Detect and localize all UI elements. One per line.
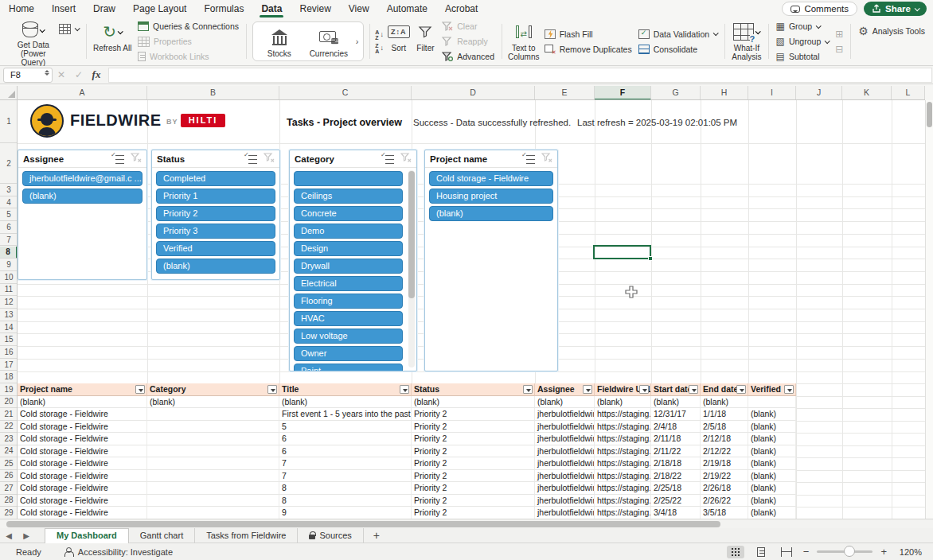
- row-header-13[interactable]: 13: [0, 309, 18, 321]
- multi-select-icon[interactable]: [245, 154, 257, 164]
- table-cell[interactable]: (blank): [748, 470, 796, 483]
- row-header-17[interactable]: 17: [0, 359, 18, 371]
- row-header-6[interactable]: 6: [0, 221, 18, 234]
- table-cell[interactable]: https://staging.: [595, 457, 651, 470]
- slicer-scrollbar[interactable]: [408, 170, 415, 368]
- row-header-20[interactable]: 20: [0, 396, 18, 409]
- table-header-project-name[interactable]: Project name: [18, 383, 147, 396]
- row-header-24[interactable]: 24: [0, 445, 18, 458]
- slicer-item[interactable]: Priority 3: [156, 224, 275, 239]
- ribbon-tab-insert[interactable]: Insert: [43, 0, 84, 18]
- table-cell[interactable]: jherbulotfieldwire: [535, 445, 595, 458]
- table-cell[interactable]: Cold storage - Fieldwire: [18, 433, 147, 445]
- table-cell[interactable]: [147, 421, 279, 434]
- filter-button[interactable]: Filter: [412, 19, 439, 64]
- slicer-item[interactable]: HVAC: [294, 311, 403, 326]
- table-cell[interactable]: [147, 457, 279, 470]
- column-header-K[interactable]: K: [842, 86, 892, 100]
- row-header-21[interactable]: 21: [0, 408, 18, 421]
- table-cell[interactable]: Priority 2: [412, 457, 535, 470]
- ribbon-tab-page-layout[interactable]: Page Layout: [124, 0, 195, 18]
- table-cell[interactable]: (blank): [748, 408, 796, 421]
- normal-view-button[interactable]: [727, 546, 744, 558]
- row-header-25[interactable]: 25: [0, 457, 18, 470]
- table-cell[interactable]: 2/25/18: [651, 482, 701, 495]
- refresh-all-button[interactable]: ↻ Refresh All: [90, 19, 135, 64]
- slicer-item[interactable]: Design: [294, 241, 403, 256]
- table-cell[interactable]: (blank): [279, 396, 412, 409]
- table-cell[interactable]: Cold storage - Fieldwire: [18, 421, 147, 434]
- slicer-item[interactable]: Completed: [156, 171, 275, 186]
- zoom-slider[interactable]: [817, 550, 872, 553]
- table-cell[interactable]: Cold storage - Fieldwire: [18, 408, 147, 421]
- slicer-item[interactable]: Cold storage - Fieldwire: [429, 171, 553, 186]
- table-cell[interactable]: 8: [279, 482, 412, 495]
- table-cell[interactable]: (blank): [595, 396, 651, 409]
- slicer-item[interactable]: Concrete: [294, 206, 403, 221]
- row-header-10[interactable]: 10: [0, 271, 18, 284]
- table-cell[interactable]: https://staging.: [595, 421, 651, 434]
- slicer-item[interactable]: Verified: [156, 241, 275, 256]
- slicer-item[interactable]: Low voltage: [294, 329, 403, 344]
- sheet-nav-left-button[interactable]: ◀: [0, 531, 18, 540]
- remove-duplicates-button[interactable]: Remove Duplicates: [545, 42, 632, 56]
- sort-ascending-button[interactable]: AZ↓: [375, 29, 384, 41]
- row-header-23[interactable]: 23: [0, 433, 18, 445]
- comments-button[interactable]: Comments: [782, 2, 857, 16]
- table-cell[interactable]: (blank): [748, 433, 796, 445]
- table-header-end-date[interactable]: End date: [701, 383, 748, 396]
- slicer-item[interactable]: Ceilings: [294, 189, 403, 204]
- table-cell[interactable]: [147, 433, 279, 445]
- table-cell[interactable]: 5: [279, 421, 412, 434]
- column-header-E[interactable]: E: [535, 86, 595, 100]
- row-header-14[interactable]: 14: [0, 321, 18, 334]
- table-cell[interactable]: jherbulotfieldwire: [535, 507, 595, 519]
- row-header-22[interactable]: 22: [0, 421, 18, 434]
- column-header-B[interactable]: B: [147, 86, 279, 100]
- table-cell[interactable]: 2/18/18: [651, 457, 701, 470]
- clear-filter-icon[interactable]: [541, 152, 552, 166]
- vertical-scrollbar-thumb[interactable]: [927, 102, 932, 127]
- slicer-item[interactable]: Priority 1: [156, 189, 275, 204]
- table-cell[interactable]: Priority 2: [412, 445, 535, 458]
- table-cell[interactable]: 2/4/18: [651, 421, 701, 434]
- hide-detail-button[interactable]: ⊟: [835, 42, 843, 56]
- page-break-view-button[interactable]: [778, 546, 795, 558]
- slicer-item[interactable]: Drywall: [294, 259, 403, 274]
- table-cell[interactable]: (blank): [651, 396, 701, 409]
- table-cell[interactable]: First event 1 - 5 years into the past: [279, 408, 412, 421]
- table-cell[interactable]: Cold storage - Fieldwire: [18, 507, 147, 519]
- confirm-entry-button[interactable]: ✓: [70, 69, 88, 80]
- table-cell[interactable]: (blank): [748, 507, 796, 519]
- slicer-item[interactable]: Priority 2: [156, 206, 275, 221]
- column-header-J[interactable]: J: [796, 86, 842, 100]
- clear-filter-icon[interactable]: [400, 152, 412, 166]
- table-cell[interactable]: jherbulotfieldwire: [535, 495, 595, 508]
- sort-button[interactable]: Z↕A Sort: [385, 19, 412, 64]
- table-cell[interactable]: 2/26/18: [701, 482, 748, 495]
- ribbon-tab-home[interactable]: Home: [0, 0, 43, 18]
- table-cell[interactable]: jherbulotfieldwire: [535, 457, 595, 470]
- table-cell[interactable]: [147, 445, 279, 458]
- table-cell[interactable]: 3/4/18: [651, 507, 701, 519]
- sheet-tab-tasks-from-fieldwire[interactable]: Tasks from Fieldwire: [195, 528, 298, 543]
- table-cell[interactable]: Cold storage - Fieldwire: [18, 457, 147, 470]
- row-header-2[interactable]: 2: [0, 143, 18, 184]
- filter-dropdown-button[interactable]: [639, 385, 649, 394]
- table-cell[interactable]: 7: [279, 457, 412, 470]
- slicer-item[interactable]: (blank): [22, 189, 142, 204]
- row-header-18[interactable]: 18: [0, 371, 18, 384]
- sheet-tab-sources[interactable]: Sources: [298, 528, 363, 543]
- clear-filter-icon[interactable]: [264, 152, 275, 166]
- row-header-28[interactable]: 28: [0, 495, 18, 508]
- add-sheet-button[interactable]: +: [364, 529, 389, 542]
- table-header-assignee[interactable]: Assignee: [535, 383, 595, 396]
- table-cell[interactable]: (blank): [748, 445, 796, 458]
- multi-select-icon[interactable]: [382, 154, 394, 164]
- ribbon-tab-data[interactable]: Data: [252, 0, 291, 18]
- table-cell[interactable]: 2/12/22: [701, 445, 748, 458]
- ribbon-tab-draw[interactable]: Draw: [84, 0, 124, 18]
- row-header-27[interactable]: 27: [0, 482, 18, 495]
- table-cell[interactable]: [147, 470, 279, 483]
- row-header-1[interactable]: 1: [0, 100, 18, 143]
